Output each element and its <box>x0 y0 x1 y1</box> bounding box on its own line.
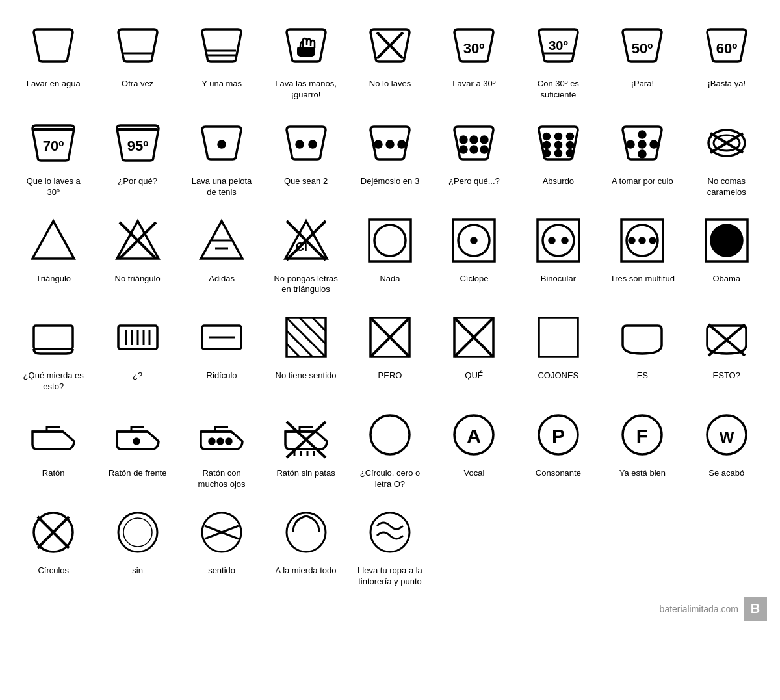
label-31: No tiene sentido <box>276 370 337 382</box>
icon-triangle <box>24 211 83 270</box>
icon-circle-A: A <box>445 406 503 464</box>
label-32: PERO <box>378 370 402 382</box>
footer-logo: B <box>744 597 767 621</box>
svg-point-17 <box>375 141 382 148</box>
label-2: Otra vez <box>122 79 153 90</box>
cell-10: 70º Que lo laves a 30º <box>13 110 94 201</box>
icon-square-circle-dot1 <box>445 211 503 270</box>
label-49: A la mierda todo <box>276 565 337 577</box>
cell-8: 50º ¡Para! <box>602 13 682 104</box>
svg-point-109 <box>370 415 410 454</box>
cell-29: ¿? <box>97 305 177 396</box>
icon-circle-outline <box>109 503 167 562</box>
cell-14: Dejémoslo en 3 <box>350 110 430 201</box>
cell-34: COJONES <box>518 305 599 396</box>
icon-circle-outline3 <box>277 503 335 562</box>
svg-point-70 <box>711 225 742 256</box>
cell-38: Ratón de frente <box>97 402 177 493</box>
svg-point-16 <box>309 141 316 148</box>
svg-point-25 <box>481 146 488 153</box>
label-29: ¿? <box>133 370 142 382</box>
label-34: COJONES <box>538 370 578 382</box>
label-15: ¿Pero qué...? <box>448 176 500 187</box>
svg-line-83 <box>300 318 326 344</box>
label-23: Nada <box>380 274 400 285</box>
icon-circle-plain <box>361 406 419 464</box>
cell-25: Binocular <box>518 208 599 299</box>
icon-wash-60: 60º <box>697 16 756 75</box>
icon-square-cross2 <box>445 308 503 367</box>
icon-circle-W: W <box>697 406 756 464</box>
label-12: Lava una pelota de tenis <box>189 176 254 198</box>
cell-40: Ratón sin patas <box>265 402 346 493</box>
label-8: ¡Para! <box>631 79 654 90</box>
icon-square-circle-full <box>697 211 756 270</box>
icon-wash-line2 <box>192 16 251 75</box>
cell-33: QUÉ <box>434 305 514 396</box>
label-14: Dejémoslo en 3 <box>361 176 419 187</box>
svg-text:W: W <box>719 428 734 446</box>
label-24: Cíclope <box>460 274 488 285</box>
label-7: Con 30º es suficiente <box>526 79 591 101</box>
label-40: Ratón sin patas <box>276 468 335 479</box>
svg-point-32 <box>543 150 549 156</box>
cell-6: 30º Lavar a 30º <box>434 13 514 104</box>
svg-point-19 <box>398 141 405 148</box>
icon-circle-cross <box>24 503 83 562</box>
label-6: Lavar a 30º <box>452 79 495 90</box>
icon-circle-lines <box>361 503 419 562</box>
label-50: Lleva tu ropa a la tintorería y punto <box>358 565 422 588</box>
svg-marker-44 <box>32 221 74 259</box>
cell-7: 30º Con 30º es suficiente <box>518 13 599 104</box>
svg-point-31 <box>567 142 573 148</box>
icon-wash-cross <box>361 16 419 75</box>
cell-27: Obama <box>686 208 767 299</box>
label-47: sin <box>132 565 143 577</box>
label-36: ESTO? <box>713 370 740 382</box>
cell-19: Triángulo <box>13 208 94 299</box>
svg-text:60º: 60º <box>716 40 738 57</box>
svg-line-82 <box>287 331 313 357</box>
svg-point-22 <box>481 136 488 143</box>
cell-46: Círculos <box>13 500 94 591</box>
label-18: No comas caramelos <box>694 176 759 198</box>
footer: baterialimitada.com B <box>13 597 767 621</box>
svg-point-18 <box>387 141 393 148</box>
cell-16: Absurdo <box>518 110 599 201</box>
cell-4: Lava las manos, ¡guarro! <box>265 13 346 104</box>
label-11: ¿Por qué? <box>118 176 157 187</box>
cell-18: No comas caramelos <box>686 110 767 201</box>
label-28: ¿Qué mierda es esto? <box>21 370 86 393</box>
icon-square-empty <box>529 308 588 367</box>
main-grid: Lavar en agua Otra vez Y una más <box>13 13 767 591</box>
svg-point-23 <box>460 146 467 153</box>
cell-30: Ridículo <box>181 305 262 396</box>
svg-point-38 <box>639 131 645 138</box>
label-22: No pongas letras en triángulos <box>274 274 339 296</box>
svg-point-21 <box>471 136 477 143</box>
label-20: No triángulo <box>115 274 161 285</box>
label-33: QUÉ <box>465 370 483 382</box>
label-25: Binocular <box>541 274 576 285</box>
svg-point-100 <box>218 439 223 444</box>
svg-point-27 <box>555 133 561 139</box>
svg-point-39 <box>639 151 645 157</box>
svg-text:P: P <box>552 425 565 447</box>
cell-11: 95º ¿Por qué? <box>97 110 177 201</box>
label-26: Tres son multitud <box>610 274 675 285</box>
cell-36: ESTO? <box>686 305 767 396</box>
svg-text:95º: 95º <box>127 138 148 154</box>
cell-12: Lava una pelota de tenis <box>181 110 262 201</box>
svg-text:A: A <box>467 425 482 447</box>
cell-41: ¿Círculo, cero o letra O? <box>350 402 430 493</box>
cell-20: No triángulo <box>97 208 177 299</box>
icon-wash-50: 50º <box>613 16 671 75</box>
svg-text:30º: 30º <box>549 38 568 53</box>
cell-1: Lavar en agua <box>13 13 94 104</box>
cell-32: PERO <box>350 305 430 396</box>
icon-circle-outline2 <box>192 503 251 562</box>
icon-curve-cross <box>697 308 756 367</box>
icon-wash-basin <box>24 16 83 75</box>
svg-point-68 <box>650 238 655 243</box>
cell-21: Adidas <box>181 208 262 299</box>
